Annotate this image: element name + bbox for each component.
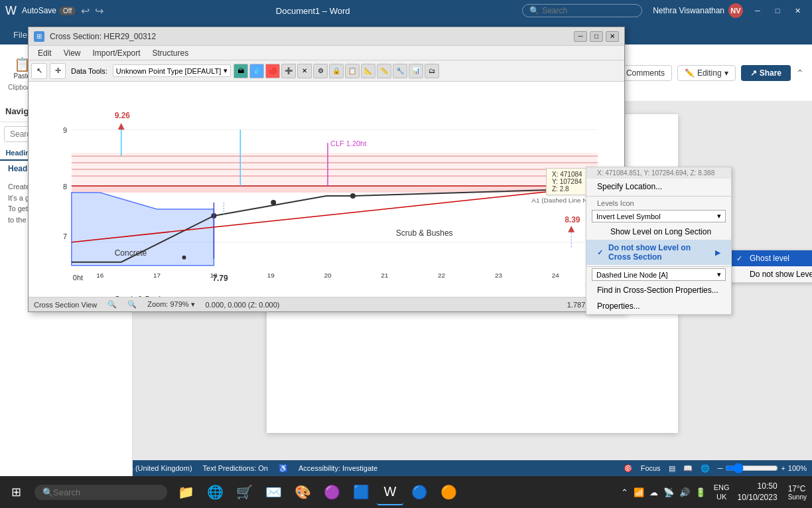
- share-button[interactable]: ↗ Share: [741, 65, 791, 81]
- ctx-dashed-line-dropdown[interactable]: Dashed Line Node [A] ▾: [592, 268, 726, 281]
- coord-line: X: 471084.851, Y: 107284.694, Z: 8.388: [586, 167, 731, 179]
- taskbar-icon-browser[interactable]: 🌐: [202, 479, 228, 505]
- status-bar-right: 🎯 Focus ▤ 📖 🌐 ─ + 100%: [624, 463, 807, 473]
- cs-menu-view[interactable]: View: [58, 47, 86, 59]
- cs-menu-import-export[interactable]: Import/Export: [87, 47, 145, 59]
- ribbon-collapse-icon[interactable]: ⌃: [796, 68, 804, 78]
- autosave-control[interactable]: AutoSave Off: [22, 6, 76, 15]
- taskbar-search-input[interactable]: [53, 487, 146, 497]
- zoom-control[interactable]: ─ + 100%: [718, 463, 807, 473]
- x-label-22: 22: [438, 272, 446, 279]
- user-name: Nethra Viswanathan: [653, 6, 724, 15]
- view-read-icon[interactable]: 📖: [683, 464, 693, 473]
- start-button[interactable]: ⊞: [0, 476, 32, 508]
- cs-zoom-icon-1[interactable]: 🔍: [107, 300, 117, 309]
- taskbar-icon-app3[interactable]: 🟣: [318, 479, 345, 505]
- search-input[interactable]: [542, 6, 635, 15]
- taskbar-right: ⌃ 📶 ☁ 📡 🔊 🔋 ENGUK 10:50 10/10/2023 17°C …: [621, 481, 812, 503]
- cs-tb-icon-6[interactable]: ⚙: [313, 64, 328, 78]
- svg-marker-12: [118, 123, 125, 129]
- taskbar-battery-icon[interactable]: 🔋: [695, 487, 706, 497]
- submenu-do-not-show-level[interactable]: Do not show Level: [726, 266, 812, 282]
- cs-tb-icon-10[interactable]: 📏: [377, 64, 391, 78]
- taskbar-icon-app5[interactable]: 🔵: [406, 479, 433, 505]
- cs-tb-icon-3[interactable]: 🔴: [265, 64, 280, 78]
- taskbar-sys-icons: ⌃ 📶 ☁ 📡 🔊 🔋: [621, 487, 706, 497]
- cs-tb-icon-13[interactable]: 🗂: [425, 64, 439, 78]
- cs-tb-icon-9[interactable]: 📐: [361, 64, 375, 78]
- taskbar-icon-app6[interactable]: 🟠: [435, 479, 462, 505]
- submenu: ✓ Ghost level Do not show Level: [725, 250, 812, 283]
- y-label-8: 8: [63, 183, 67, 191]
- search-icon: 🔍: [529, 6, 539, 15]
- zoom-out-icon[interactable]: ─: [718, 464, 723, 472]
- view-normal-icon[interactable]: ▤: [669, 464, 675, 473]
- zoom-plus-icon[interactable]: +: [781, 464, 785, 472]
- concrete-label: Concrete: [115, 248, 147, 258]
- taskbar-wifi-icon[interactable]: 📡: [663, 487, 674, 497]
- ctx-show-level-long[interactable]: Show Level on Long Section: [586, 224, 731, 240]
- taskbar-volume-icon[interactable]: 🔊: [679, 487, 690, 497]
- dashed-line-label: Dashed Line Node [A]: [596, 271, 668, 279]
- x-label-24: 24: [552, 272, 560, 279]
- search-bar[interactable]: 🔍: [522, 4, 642, 17]
- taskbar-search[interactable]: 🔍: [34, 485, 167, 500]
- cs-tb-icon-11[interactable]: 🔧: [393, 64, 407, 78]
- ctx-properties[interactable]: Properties...: [586, 298, 731, 314]
- zero-ht-label: 0ht: [73, 274, 83, 282]
- cs-tb-icon-1[interactable]: 🏔: [234, 64, 248, 78]
- window-controls: ─ □ ✕: [748, 4, 807, 17]
- taskbar-icon-app2[interactable]: 🎨: [289, 479, 316, 505]
- share-label: Share: [760, 68, 781, 78]
- undo-icon[interactable]: ↩: [81, 5, 90, 17]
- cs-tb-icon-8[interactable]: 📋: [345, 64, 360, 78]
- cs-tb-icon-12[interactable]: 📊: [409, 64, 423, 78]
- cs-cursor-tool[interactable]: ↖: [31, 63, 47, 79]
- cs-move-tool[interactable]: ✛: [50, 63, 66, 79]
- ctx-sep-2: [586, 266, 731, 267]
- cs-tb-icon-7[interactable]: 🔒: [329, 64, 344, 78]
- maximize-button[interactable]: □: [768, 4, 787, 17]
- invert-level-chevron: ▾: [717, 212, 721, 220]
- cs-zoom-icon-2[interactable]: 🔍: [127, 300, 137, 309]
- scrub-bushes-label-2: Scrub & Bushes: [115, 295, 172, 297]
- ctx-do-not-show[interactable]: ✓ Do not show Level on Cross Section ▶: [586, 240, 731, 265]
- cs-view-label: Cross Section View: [34, 301, 97, 309]
- taskbar-icon-word[interactable]: W: [377, 479, 403, 505]
- point-type-dropdown[interactable]: Unknown Point Type [DEFAULT] ▾: [113, 64, 232, 77]
- redo-icon[interactable]: ↪: [95, 5, 103, 17]
- editing-label: Editing: [697, 68, 722, 78]
- cs-menu-structures[interactable]: Structures: [147, 47, 194, 59]
- cs-minimize-btn[interactable]: ─: [574, 31, 587, 42]
- view-web-icon[interactable]: 🌐: [701, 464, 710, 473]
- focus-label: Focus: [641, 464, 661, 472]
- cs-zoom-level[interactable]: Zoom: 979% ▾: [147, 300, 194, 309]
- editing-button[interactable]: ✏️ Editing ▾: [677, 65, 736, 81]
- taskbar-icon-mail[interactable]: ✉️: [260, 479, 287, 505]
- taskbar-lang[interactable]: ENGUK: [714, 483, 730, 502]
- taskbar-network-icon[interactable]: 📶: [634, 487, 644, 497]
- cs-menu-edit[interactable]: Edit: [33, 47, 57, 59]
- cs-tb-icon-5[interactable]: ✕: [297, 64, 312, 78]
- ctx-find-in-properties[interactable]: Find in Cross-Section Properties...: [586, 282, 731, 298]
- submenu-ghost-level[interactable]: ✓ Ghost level: [726, 250, 812, 266]
- svg-point-18: [350, 193, 356, 199]
- taskbar-icon-app4[interactable]: 🟦: [348, 479, 374, 505]
- cs-close-btn[interactable]: ✕: [606, 31, 619, 42]
- ctx-invert-level-dropdown[interactable]: Invert Level Symbol ▾: [592, 210, 726, 222]
- user-area: Nethra Viswanathan NV: [653, 3, 743, 18]
- taskbar-chevron[interactable]: ⌃: [621, 487, 628, 497]
- minimize-button[interactable]: ─: [748, 4, 767, 17]
- svg-marker-14: [568, 226, 575, 232]
- ctx-specify-location[interactable]: Specify Location...: [586, 179, 731, 195]
- taskbar-icon-store[interactable]: 🛒: [231, 479, 257, 505]
- autosave-toggle[interactable]: Off: [59, 7, 76, 15]
- comments-label: Comments: [626, 68, 665, 78]
- cs-tb-icon-4[interactable]: ➕: [281, 64, 296, 78]
- cs-maximize-btn[interactable]: □: [590, 31, 603, 42]
- zoom-slider[interactable]: [725, 463, 778, 473]
- close-button[interactable]: ✕: [788, 4, 807, 17]
- taskbar-cloud-icon[interactable]: ☁: [649, 487, 658, 497]
- cs-tb-icon-2[interactable]: 💧: [249, 64, 264, 78]
- taskbar-icon-explorer[interactable]: 📁: [172, 479, 199, 505]
